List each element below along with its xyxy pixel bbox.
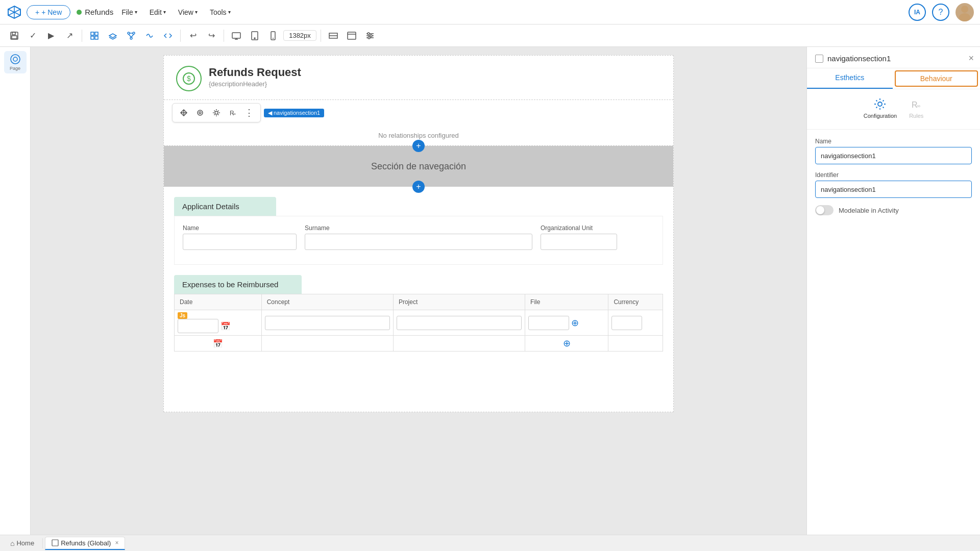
svg-point-33: [13, 57, 17, 61]
tab-close-button[interactable]: ×: [115, 539, 118, 546]
project-cell-2: [393, 336, 525, 352]
publish-button[interactable]: ↗: [61, 28, 78, 44]
svg-point-10: [133, 32, 135, 34]
sliders-button[interactable]: [362, 28, 378, 44]
style-button[interactable]: [193, 106, 207, 120]
concept-cell-1: [261, 310, 393, 336]
configuration-item[interactable]: Configuration: [864, 97, 897, 119]
panel-checkbox[interactable]: [815, 55, 823, 63]
home-label: Home: [16, 539, 34, 547]
separator-2: [180, 30, 181, 42]
file-upload-icon-1[interactable]: ⊕: [571, 317, 579, 329]
refunds-global-tab[interactable]: Refunds (Global) ×: [45, 537, 125, 550]
svg-rect-8: [95, 36, 98, 39]
tablet-view-button[interactable]: [247, 28, 263, 44]
bottom-separator: [42, 538, 43, 548]
grid-button[interactable]: [325, 28, 341, 44]
file-upload-icon-2[interactable]: ⊕: [563, 338, 571, 349]
refunds-tab: Refunds: [77, 8, 113, 16]
calendar-icon-1[interactable]: 📅: [220, 321, 231, 331]
nav-dot-bottom[interactable]: +: [412, 181, 425, 193]
right-panel: × navigationsection1 Esthetics Behaviour: [806, 47, 980, 535]
code-button[interactable]: [160, 28, 176, 44]
tab-behaviour[interactable]: Behaviour: [895, 70, 978, 87]
name-field-label: Name: [815, 138, 972, 145]
desktop-view-button[interactable]: [228, 28, 244, 44]
concept-input-1[interactable]: [265, 316, 390, 330]
date-col-header: Date: [175, 294, 262, 310]
settings-button[interactable]: [209, 106, 224, 120]
modelable-toggle[interactable]: [815, 205, 834, 215]
new-button-label: + New: [41, 8, 62, 16]
svg-point-0: [961, 6, 968, 13]
variables-button[interactable]: R ∞: [226, 106, 240, 120]
form-body: Applicant Details Name Surname: [164, 197, 673, 372]
applicant-details-section: Applicant Details Name Surname: [174, 197, 663, 265]
components-button[interactable]: [86, 28, 103, 44]
org-unit-label: Organizational Unit: [541, 224, 654, 232]
sidebar-item-page[interactable]: Page: [4, 51, 27, 73]
project-input-1[interactable]: [397, 316, 522, 330]
run-button[interactable]: ▶: [43, 28, 59, 44]
connections-button[interactable]: [123, 28, 139, 44]
surname-input[interactable]: [305, 234, 532, 250]
undo-button[interactable]: ↩: [185, 28, 201, 44]
calendar-icon-2[interactable]: 📅: [213, 339, 223, 348]
help-button[interactable]: ?: [932, 4, 949, 21]
name-field-input[interactable]: [815, 147, 972, 164]
run-icon: ▶: [48, 31, 54, 40]
nav-section-label: Sección de navegación: [371, 161, 466, 172]
logo-icon: [6, 4, 22, 20]
file-input-1[interactable]: [528, 316, 569, 330]
name-input[interactable]: [183, 234, 297, 250]
rules-item[interactable]: R ∞ Rules: [909, 97, 923, 119]
svg-point-38: [215, 111, 218, 114]
tools-menu[interactable]: Tools ▾: [206, 6, 235, 18]
sidebar-page-label: Page: [10, 66, 20, 71]
surname-field-group: Surname: [305, 224, 532, 250]
date-input-1[interactable]: [178, 319, 218, 333]
view-menu[interactable]: View ▾: [174, 6, 202, 18]
canvas-area[interactable]: $ Refunds Request {descriptionHeader}: [31, 47, 806, 535]
save-button[interactable]: [6, 28, 22, 44]
form-canvas: $ Refunds Request {descriptionHeader}: [163, 55, 674, 412]
logic-button[interactable]: [141, 28, 158, 44]
check-button[interactable]: ✓: [24, 28, 41, 44]
panel-close-button[interactable]: ×: [968, 53, 974, 64]
org-unit-input[interactable]: [541, 234, 617, 250]
layers-button[interactable]: [105, 28, 121, 44]
concept-col-header: Concept: [261, 294, 393, 310]
ia-button[interactable]: IA: [909, 4, 926, 21]
plus-icon: +: [35, 8, 39, 16]
more-icon: ⋮: [244, 108, 254, 117]
svg-line-13: [129, 34, 131, 37]
nav-dot-top[interactable]: +: [412, 140, 425, 152]
tab-esthetics[interactable]: Esthetics: [807, 68, 893, 89]
form-header-text: Refunds Request {descriptionHeader}: [209, 66, 301, 88]
settings-icon: [212, 109, 220, 117]
tablet-icon: [250, 31, 259, 40]
toolbar: ✓ ▶ ↗ ↩ ↪: [0, 24, 980, 47]
redo-button[interactable]: ↪: [203, 28, 219, 44]
identifier-field-input[interactable]: [815, 181, 972, 198]
date-cell-2: 📅: [175, 336, 262, 352]
file-menu[interactable]: File ▾: [117, 6, 141, 18]
home-tab[interactable]: ⌂ Home: [4, 537, 40, 549]
new-button[interactable]: + + New: [27, 5, 70, 19]
components-icon: [90, 31, 99, 40]
svg-text:∞: ∞: [917, 103, 920, 109]
user-avatar[interactable]: [955, 3, 974, 21]
svg-point-29: [368, 33, 370, 35]
config-section: Configuration R ∞ Rules: [807, 89, 980, 130]
window-button[interactable]: [344, 28, 360, 44]
refunds-label-text: Refunds: [85, 8, 113, 16]
table-row: 📅 ⊕: [175, 336, 663, 352]
more-button[interactable]: ⋮: [242, 106, 256, 120]
currency-input-1[interactable]: [611, 316, 642, 330]
mobile-view-button[interactable]: [265, 28, 281, 44]
svg-rect-4: [12, 36, 17, 39]
move-button[interactable]: [177, 106, 191, 120]
form-title: Refunds Request: [209, 66, 301, 79]
section-tag[interactable]: ◀ navigationsection1: [264, 109, 324, 117]
edit-menu[interactable]: Edit ▾: [145, 6, 170, 18]
